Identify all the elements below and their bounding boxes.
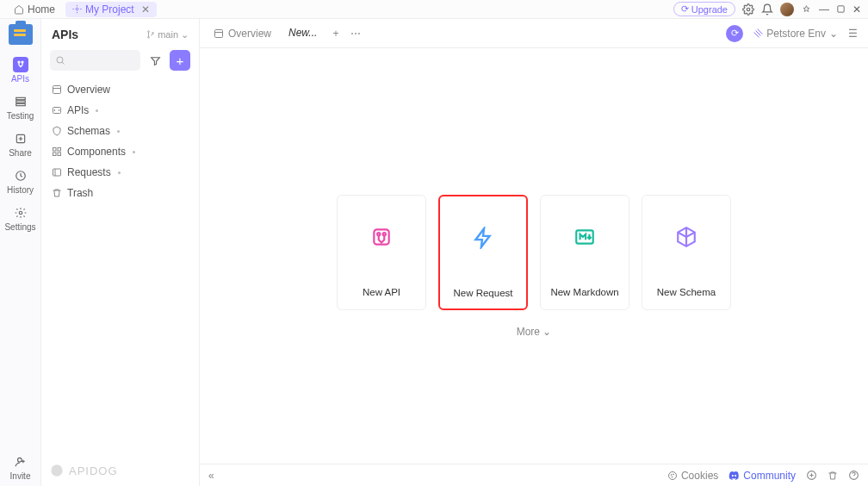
tab-new-label: New... xyxy=(288,27,317,39)
rail-history-label: History xyxy=(7,185,34,195)
card-new-api[interactable]: New API xyxy=(337,195,426,310)
footer-trash-button[interactable] xyxy=(828,470,838,481)
editor-tabs: Overview New... + ⋯ ⟳ Petstore Env xyxy=(200,19,868,48)
tab-more-button[interactable]: ⋯ xyxy=(345,28,366,40)
tree: Overview APIs Schemas Components xyxy=(41,78,199,205)
avatar[interactable] xyxy=(780,3,794,16)
new-tab-button[interactable]: + xyxy=(326,28,345,40)
rail-apis-label: APIs xyxy=(11,74,29,84)
svg-rect-16 xyxy=(53,86,61,94)
markdown-icon xyxy=(573,225,597,249)
components-icon xyxy=(52,146,62,157)
sync-icon: ⟳ xyxy=(731,28,739,39)
statusbar: « Cookies Community xyxy=(200,464,868,486)
plus-icon: + xyxy=(177,53,184,68)
trash-icon xyxy=(52,188,62,198)
rail-settings[interactable]: Settings xyxy=(0,200,40,237)
branch-label: main xyxy=(158,29,178,40)
svg-rect-24 xyxy=(215,29,223,37)
panel-menu-button[interactable]: ☰ xyxy=(843,28,863,40)
svg-point-12 xyxy=(148,31,150,33)
card-new-request[interactable]: New Request xyxy=(438,195,528,310)
filter-icon xyxy=(150,55,161,66)
footer-add-button[interactable] xyxy=(806,470,817,481)
tree-schemas[interactable]: Schemas xyxy=(41,121,199,141)
tree-components[interactable]: Components xyxy=(41,141,199,162)
search-input[interactable] xyxy=(50,50,140,71)
tab-home[interactable]: Home xyxy=(7,2,62,17)
svg-point-31 xyxy=(673,474,673,475)
sync-button[interactable]: ⟳ xyxy=(726,25,743,42)
sidebar-title: APIs xyxy=(52,28,78,41)
bell-icon[interactable] xyxy=(761,3,773,16)
tab-overview[interactable]: Overview xyxy=(205,19,280,47)
card-new-markdown[interactable]: New Markdown xyxy=(540,195,629,310)
tree-overview-label: Overview xyxy=(67,84,110,96)
env-selector[interactable]: Petstore Env ⌄ xyxy=(748,28,843,40)
canvas: New API New Request New Markdown New Sch… xyxy=(200,48,868,464)
svg-rect-22 xyxy=(53,169,61,176)
rail-apis[interactable]: APIs xyxy=(0,52,40,89)
rail-history[interactable]: History xyxy=(0,163,40,200)
cookie-icon xyxy=(667,470,678,481)
branch-icon xyxy=(146,30,155,39)
rail-invite-label: Invite xyxy=(10,471,31,481)
card-new-api-label: New API xyxy=(363,287,400,297)
collapse-sidebar-button[interactable]: « xyxy=(208,470,214,482)
chevron-down-icon: ⌄ xyxy=(829,28,838,40)
community-button[interactable]: Community xyxy=(728,470,796,482)
upgrade-icon: ⟳ xyxy=(681,3,689,15)
svg-rect-5 xyxy=(16,97,25,99)
svg-point-27 xyxy=(383,233,386,235)
cookies-button[interactable]: Cookies xyxy=(667,470,718,482)
add-button[interactable]: + xyxy=(170,50,190,71)
window-close-icon[interactable]: ✕ xyxy=(852,3,861,16)
svg-rect-19 xyxy=(58,148,61,152)
maximize-icon[interactable] xyxy=(836,4,846,14)
tree-trash[interactable]: Trash xyxy=(41,183,199,203)
project-briefcase-icon[interactable] xyxy=(9,24,33,45)
tree-components-label: Components xyxy=(67,146,126,158)
filter-button[interactable] xyxy=(146,50,164,71)
cube-icon xyxy=(674,225,698,249)
card-new-schema[interactable]: New Schema xyxy=(642,195,731,310)
minimize-icon[interactable]: — xyxy=(819,3,829,16)
branch-selector[interactable]: main ⌄ xyxy=(146,29,189,40)
menu-icon: ☰ xyxy=(848,28,858,40)
rail-invite[interactable]: Invite xyxy=(0,449,40,486)
rail-testing[interactable]: Testing xyxy=(0,89,40,126)
project-icon xyxy=(72,4,82,14)
svg-point-26 xyxy=(377,233,380,235)
tab-new[interactable]: New... xyxy=(280,19,326,47)
svg-point-23 xyxy=(51,464,62,476)
svg-point-13 xyxy=(148,37,150,39)
svg-point-1 xyxy=(747,8,750,11)
expand-dot-icon xyxy=(117,130,120,133)
rail-share-label: Share xyxy=(9,148,32,158)
titlebar: Home My Project ✕ ⟳ Upgrade — ✕ xyxy=(0,0,868,19)
env-icon xyxy=(753,28,763,38)
tree-requests[interactable]: Requests xyxy=(41,162,199,183)
api-icon xyxy=(369,225,394,249)
rail-testing-label: Testing xyxy=(7,111,34,121)
schemas-icon xyxy=(52,126,62,136)
footer-help-button[interactable] xyxy=(848,470,859,481)
overview-icon xyxy=(52,84,62,95)
close-icon[interactable]: ✕ xyxy=(141,3,150,16)
more-button[interactable]: More ⌄ xyxy=(200,326,868,338)
gear-icon[interactable] xyxy=(742,3,754,16)
tab-project[interactable]: My Project ✕ xyxy=(65,2,157,17)
svg-point-14 xyxy=(152,33,154,34)
upgrade-button[interactable]: ⟳ Upgrade xyxy=(673,2,735,16)
pin-icon[interactable] xyxy=(801,3,812,15)
chevron-down-icon: ⌄ xyxy=(181,29,189,40)
invite-icon xyxy=(13,454,28,470)
rail-share[interactable]: Share xyxy=(0,126,40,163)
testing-icon xyxy=(13,94,28,109)
tree-overview[interactable]: Overview xyxy=(41,79,199,100)
tree-apis[interactable]: APIs xyxy=(41,100,199,121)
svg-rect-18 xyxy=(53,148,57,152)
chevron-down-icon: ⌄ xyxy=(542,326,551,338)
tree-requests-label: Requests xyxy=(67,166,111,178)
cookies-label: Cookies xyxy=(681,470,718,482)
